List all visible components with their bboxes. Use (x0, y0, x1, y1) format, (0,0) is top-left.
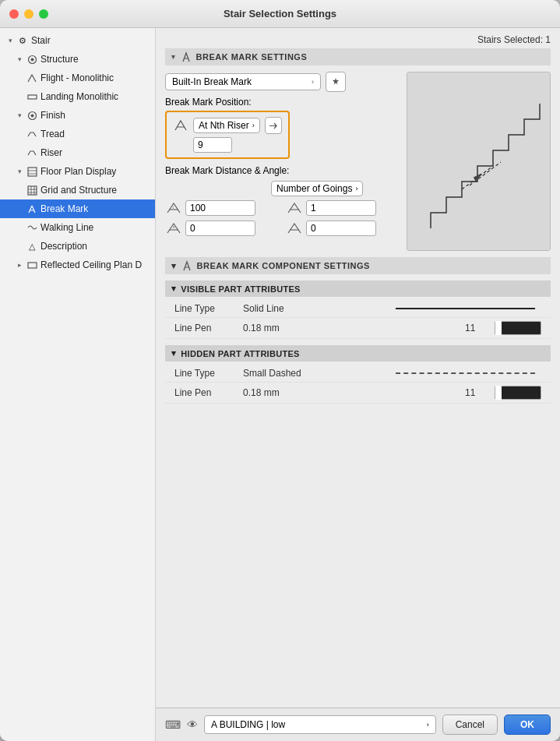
description-icon: △ (26, 241, 37, 252)
settings-left: Built-In Break Mark › Break Mark Positio… (165, 72, 400, 251)
sidebar-label-flight: Flight - Monolithic (41, 70, 114, 86)
number-of-goings-dropdown[interactable]: Number of Goings › (271, 181, 363, 196)
highlight-box: At Nth Riser › (165, 111, 290, 159)
visible-pen-swatch (495, 321, 541, 335)
tread-icon (26, 129, 37, 139)
distance-angle-row: Break Mark Distance & Angle: (165, 165, 400, 176)
hidden-line-pen-value: 0.18 mm (243, 387, 459, 398)
nth-riser-input[interactable] (193, 137, 232, 153)
svg-rect-14 (28, 263, 37, 268)
sidebar-label-grid: Grid and Structure (41, 182, 117, 198)
settings-icon-button[interactable] (326, 72, 346, 92)
input1-icon: ↕ (165, 199, 182, 217)
minimize-button[interactable] (24, 9, 33, 19)
position-dropdown[interactable]: At Nth Riser › (193, 118, 260, 133)
break-mark-section-title: BREAK MARK SETTINGS (196, 52, 308, 62)
input2-icon: x (165, 220, 182, 237)
sidebar-label-stair: Stair (31, 33, 51, 48)
building-dropdown[interactable]: A BUILDING | low › (204, 715, 436, 734)
position-value: At Nth Riser (199, 120, 249, 131)
maximize-button[interactable] (39, 9, 48, 19)
visible-line-pen-row: Line Pen 0.18 mm 11 (165, 318, 551, 339)
position-label-row: Break Mark Position: (165, 97, 400, 108)
sidebar-item-reflected-ceiling[interactable]: ▸ Reflected Ceiling Plan D (0, 256, 155, 274)
close-button[interactable] (9, 9, 19, 19)
goings-row: Number of Goings › (165, 181, 400, 196)
flight-icon (26, 72, 37, 83)
window-title: Stair Selection Settings (224, 8, 336, 19)
hidden-line-pen-label: Line Pen (174, 387, 237, 398)
finish-icon (26, 110, 37, 121)
input3-icon (286, 199, 303, 217)
break-mark-section-icon (181, 51, 192, 62)
dashed-line-preview (396, 372, 536, 374)
content-area: ▾ BREAK MARK SETTINGS Built-In Break Mar… (156, 48, 560, 707)
riser-icon (26, 147, 37, 158)
bottom-bar: ⌨ 👁 A BUILDING | low › Cancel OK (156, 707, 560, 741)
chevron-down-icon: ▾ (16, 168, 23, 175)
sidebar: ▾ ⚙ Stair ▾ Structure Flight - Monolithi… (0, 28, 156, 741)
keyboard-icon: ⌨ (165, 718, 181, 731)
sidebar-item-flight-monolithic[interactable]: Flight - Monolithic (0, 69, 155, 87)
pen-swatch-light (495, 321, 502, 335)
sidebar-item-description[interactable]: △ Description (0, 237, 155, 256)
svg-point-1 (30, 58, 33, 61)
visible-line-type-value: Solid Line (243, 303, 383, 314)
sidebar-item-structure[interactable]: ▾ Structure (0, 50, 155, 69)
sidebar-label-finish: Finish (41, 108, 65, 123)
sidebar-item-floor-plan-display[interactable]: ▾ Floor Plan Display (0, 162, 155, 181)
input-field-2[interactable] (185, 221, 255, 236)
input4-icon (286, 220, 303, 237)
visible-part-header[interactable]: ▾ VISIBLE PART ATTRIBUTES (165, 281, 551, 297)
hidden-line-type-label: Line Type (174, 368, 237, 379)
sidebar-item-grid-and-structure[interactable]: Grid and Structure (0, 181, 155, 199)
break-mark-settings-header[interactable]: ▾ BREAK MARK SETTINGS (165, 48, 551, 65)
visible-part-title: VISIBLE PART ATTRIBUTES (181, 284, 300, 294)
visible-line-pen-label: Line Pen (174, 323, 237, 333)
solid-line-preview (396, 308, 536, 309)
chevron-down-icon: ▾ (6, 37, 14, 44)
chevron-right-icon: ▸ (16, 261, 23, 269)
collapse-arrow-icon: ▾ (171, 53, 176, 61)
sidebar-item-riser[interactable]: Riser (0, 143, 155, 162)
input-row-3 (286, 199, 400, 217)
input-field-1[interactable] (185, 200, 255, 216)
svg-point-4 (30, 114, 33, 117)
component-settings-header[interactable]: ▾ BREAK MARK COMPONENT SETTINGS (165, 257, 551, 274)
sidebar-item-finish[interactable]: ▾ Finish (0, 106, 155, 125)
sidebar-item-landing-monolithic[interactable]: Landing Monolithic (0, 87, 155, 106)
sidebar-label-structure: Structure (41, 51, 79, 67)
hidden-line-type-row: Line Type Small Dashed (165, 365, 551, 383)
input-row-4 (286, 220, 400, 237)
break-mark-type-dropdown[interactable]: Built-In Break Mark › (165, 73, 321, 90)
hidden-part-section: ▾ HIDDEN PART ATTRIBUTES Line Type Small… (165, 345, 551, 404)
dropdown-arrow-icon: › (312, 78, 314, 86)
input-field-4[interactable] (306, 221, 376, 236)
input-row-2: x (165, 220, 280, 237)
sidebar-item-break-mark[interactable]: Break Mark (0, 199, 155, 218)
nth-value-row (173, 137, 282, 153)
eye-icon: 👁 (187, 718, 198, 731)
position-label: Break Mark Position: (165, 97, 252, 108)
ok-button[interactable]: OK (504, 715, 551, 735)
hidden-line-type-value: Small Dashed (243, 368, 383, 379)
position-icon-button[interactable] (265, 117, 282, 134)
sidebar-item-tread[interactable]: Tread (0, 125, 155, 143)
input-field-3[interactable] (306, 200, 376, 216)
grid-icon (26, 185, 37, 196)
hidden-line-pen-row: Line Pen 0.18 mm 11 (165, 383, 551, 404)
goings-arrow-icon: › (355, 185, 357, 192)
hidden-part-header[interactable]: ▾ HIDDEN PART ATTRIBUTES (165, 345, 551, 362)
hidden-pen-swatch-light (495, 386, 502, 400)
building-value: A BUILDING | low (211, 719, 285, 730)
cancel-button[interactable]: Cancel (442, 715, 498, 735)
goings-label: Number of Goings (276, 183, 352, 194)
sidebar-item-walking-line[interactable]: Walking Line (0, 218, 155, 237)
component-collapse-icon: ▾ (171, 261, 177, 271)
sidebar-item-stair[interactable]: ▾ ⚙ Stair (0, 31, 155, 50)
component-section-icon (181, 260, 192, 271)
break-mark-icon (26, 203, 37, 214)
sidebar-label-landing: Landing Monolithic (41, 89, 118, 104)
dropdown-row: Built-In Break Mark › (165, 72, 400, 92)
svg-text:↕: ↕ (172, 205, 174, 210)
